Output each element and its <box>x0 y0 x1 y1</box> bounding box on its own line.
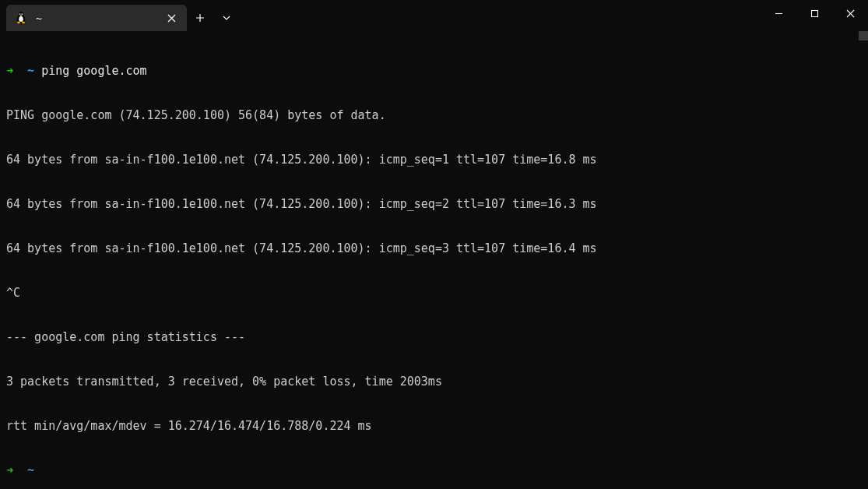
prompt-line-1: ➜ ~ ping google.com <box>6 64 862 79</box>
svg-rect-5 <box>811 10 817 16</box>
prompt-arrow-icon: ➜ <box>6 463 13 477</box>
prompt-line-2: ➜ ~ <box>6 463 862 478</box>
output-line: --- google.com ping statistics --- <box>6 330 862 345</box>
new-tab-button[interactable] <box>187 5 213 31</box>
scrollbar-stub[interactable] <box>859 31 868 40</box>
window-controls <box>761 0 868 26</box>
tux-icon <box>14 11 28 25</box>
output-line: ^C <box>6 286 862 301</box>
minimize-button[interactable] <box>761 0 796 26</box>
tabs-row: ~ <box>0 0 240 31</box>
output-line: 3 packets transmitted, 3 received, 0% pa… <box>6 375 862 389</box>
window-close-button[interactable] <box>832 0 868 26</box>
output-line: rtt min/avg/max/mdev = 16.274/16.474/16.… <box>6 419 862 434</box>
tab-close-button[interactable] <box>162 9 181 27</box>
terminal-body[interactable]: ➜ ~ ping google.com PING google.com (74.… <box>0 31 868 489</box>
prompt-arrow-icon: ➜ <box>6 64 13 78</box>
tab-title: ~ <box>36 11 162 26</box>
svg-point-4 <box>22 14 23 15</box>
command-text: ping google.com <box>41 64 146 78</box>
tab-dropdown-button[interactable] <box>213 5 240 31</box>
window-titlebar: ~ <box>0 0 868 31</box>
tab-home[interactable]: ~ <box>6 5 187 31</box>
output-line: 64 bytes from sa-in-f100.1e100.net (74.1… <box>6 241 862 256</box>
prompt-cwd: ~ <box>27 64 34 78</box>
output-line: 64 bytes from sa-in-f100.1e100.net (74.1… <box>6 197 862 212</box>
maximize-button[interactable] <box>796 0 832 26</box>
svg-point-3 <box>19 14 20 15</box>
output-line: PING google.com (74.125.200.100) 56(84) … <box>6 108 862 123</box>
prompt-cwd: ~ <box>27 463 34 477</box>
output-line: 64 bytes from sa-in-f100.1e100.net (74.1… <box>6 153 862 167</box>
